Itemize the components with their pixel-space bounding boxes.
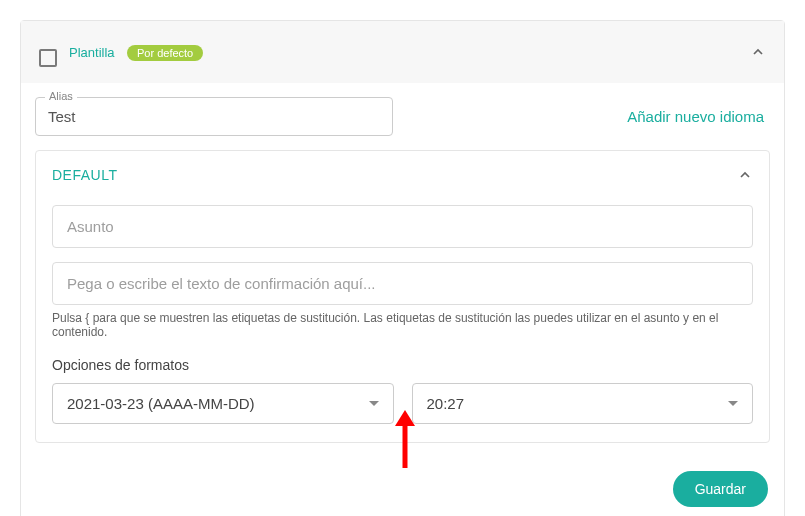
- alias-fieldset: Alias: [35, 97, 393, 136]
- chevron-down-icon: [728, 401, 738, 406]
- language-title: DEFAULT: [52, 167, 117, 183]
- date-format-value: 2021-03-23 (AAAA-MM-DD): [67, 395, 255, 412]
- header-title: Plantilla: [69, 45, 115, 60]
- language-card: DEFAULT Pulsa { para que se muestren las…: [35, 150, 770, 443]
- add-language-link[interactable]: Añadir nuevo idioma: [627, 108, 770, 125]
- substitution-hint: Pulsa { para que se muestren las etiquet…: [52, 311, 753, 339]
- header-text-group: Plantilla Por defecto: [69, 43, 203, 61]
- template-card: Plantilla Por defecto Alias Añadir nuevo…: [20, 20, 785, 516]
- time-format-select[interactable]: 20:27: [412, 383, 754, 424]
- collapse-language-icon[interactable]: [737, 167, 753, 183]
- confirmation-text-input[interactable]: [52, 262, 753, 305]
- default-badge: Por defecto: [127, 45, 203, 61]
- template-checkbox[interactable]: [39, 49, 57, 67]
- save-button[interactable]: Guardar: [673, 471, 768, 507]
- alias-label: Alias: [45, 90, 77, 102]
- subject-input[interactable]: [52, 205, 753, 248]
- alias-row: Alias Añadir nuevo idioma: [35, 97, 770, 136]
- inner-header: DEFAULT: [52, 167, 753, 183]
- time-format-value: 20:27: [427, 395, 465, 412]
- card-header: Plantilla Por defecto: [21, 21, 784, 83]
- date-format-select[interactable]: 2021-03-23 (AAAA-MM-DD): [52, 383, 394, 424]
- collapse-icon[interactable]: [750, 44, 766, 60]
- format-options-label: Opciones de formatos: [52, 357, 753, 373]
- format-row: 2021-03-23 (AAAA-MM-DD) 20:27: [52, 383, 753, 424]
- chevron-down-icon: [369, 401, 379, 406]
- card-body: Alias Añadir nuevo idioma DEFAULT Pulsa …: [21, 83, 784, 516]
- alias-input[interactable]: [35, 97, 393, 136]
- footer: Guardar: [35, 471, 770, 507]
